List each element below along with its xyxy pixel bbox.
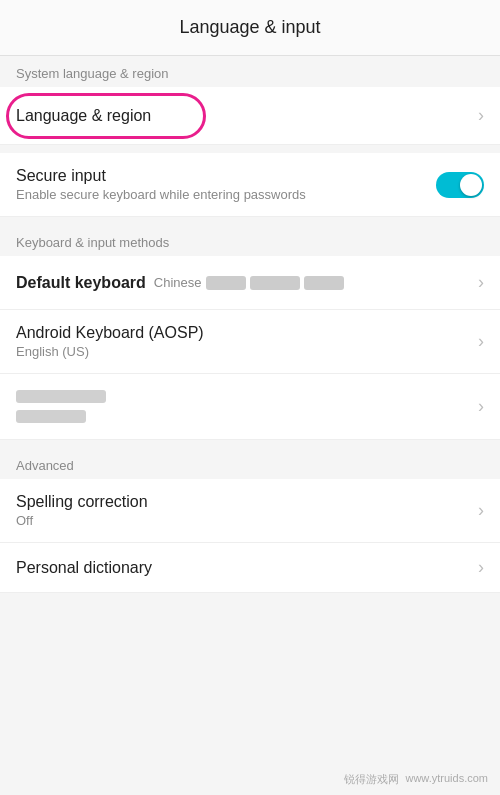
blurred-value-3 [304,276,344,290]
section-label-system: System language & region [0,56,500,87]
blurred-line-1 [16,390,106,403]
personal-dictionary-item[interactable]: Personal dictionary › [0,543,500,593]
language-region-chevron: › [478,105,484,126]
personal-dictionary-title: Personal dictionary [16,559,478,577]
blurred-value-2 [250,276,300,290]
watermark-site2: www.ytruids.com [405,772,488,787]
secure-input-item[interactable]: Secure input Enable secure keyboard whil… [0,153,500,217]
secure-input-toggle[interactable] [436,172,484,198]
section-label-keyboard: Keyboard & input methods [0,225,500,256]
blurred-keyboard-chevron: › [478,396,484,417]
secure-input-toggle-container [436,172,484,198]
spelling-correction-subtitle: Off [16,513,478,528]
android-keyboard-title: Android Keyboard (AOSP) [16,324,478,342]
section-label-advanced: Advanced [0,448,500,479]
secure-input-title: Secure input [16,167,436,185]
default-keyboard-title: Default keyboard [16,274,146,292]
blurred-value-1 [206,276,246,290]
blurred-keyboard-content [16,388,478,425]
blurred-line-2 [16,410,86,423]
android-keyboard-content: Android Keyboard (AOSP) English (US) [16,324,478,359]
android-keyboard-chevron: › [478,331,484,352]
spelling-correction-item[interactable]: Spelling correction Off › [0,479,500,543]
header: Language & input [0,0,500,56]
watermark-site1: 锐得游戏网 [344,772,399,787]
spelling-correction-content: Spelling correction Off [16,493,478,528]
default-keyboard-item[interactable]: Default keyboard Chinese › [0,256,500,310]
toggle-knob [460,174,482,196]
secure-input-subtitle: Enable secure keyboard while entering pa… [16,187,436,202]
secure-input-content: Secure input Enable secure keyboard whil… [16,167,436,202]
default-keyboard-chevron: › [478,272,484,293]
default-keyboard-value-area: Chinese [154,275,478,290]
personal-dictionary-content: Personal dictionary [16,559,478,577]
page-title: Language & input [179,17,320,38]
blurred-keyboard-item[interactable]: › [0,374,500,440]
gap-2 [0,217,500,225]
android-keyboard-subtitle: English (US) [16,344,478,359]
spelling-correction-title: Spelling correction [16,493,478,511]
watermark: 锐得游戏网 www.ytruids.com [344,772,488,787]
gap-3 [0,440,500,448]
language-region-item[interactable]: Language & region › [0,87,500,145]
android-keyboard-item[interactable]: Android Keyboard (AOSP) English (US) › [0,310,500,374]
language-region-title: Language & region [16,107,151,125]
default-keyboard-value-text: Chinese [154,275,202,290]
personal-dictionary-chevron: › [478,557,484,578]
spelling-correction-chevron: › [478,500,484,521]
gap-1 [0,145,500,153]
